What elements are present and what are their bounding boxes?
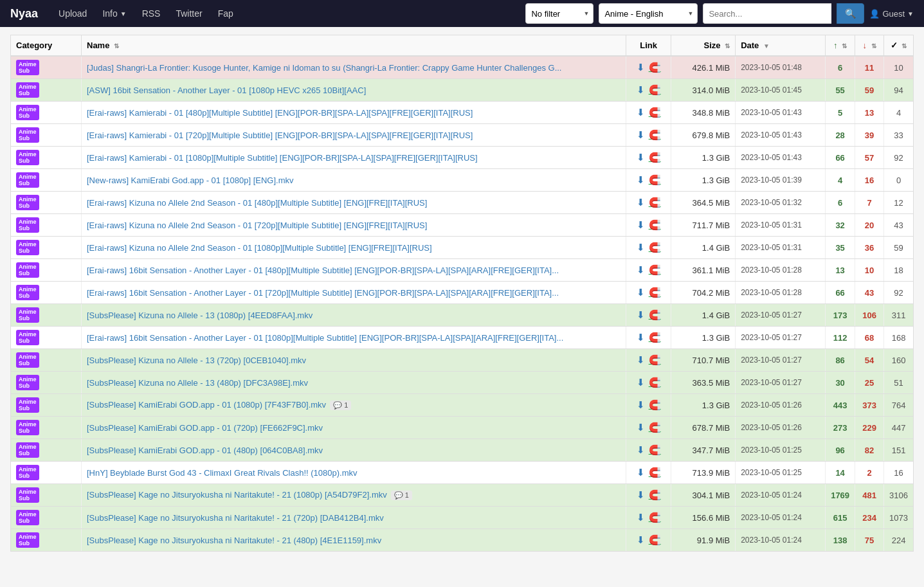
download-link[interactable]: ⬇ bbox=[637, 107, 645, 118]
category-badge[interactable]: AnimeSub bbox=[16, 172, 39, 188]
torrent-name-link[interactable]: [SubsPlease] KamiErabi GOD.app - 01 (720… bbox=[87, 423, 323, 433]
magnet-link[interactable]: 🧲 bbox=[649, 84, 661, 96]
download-link[interactable]: ⬇ bbox=[637, 467, 645, 478]
category-badge[interactable]: AnimeSub bbox=[16, 420, 39, 435]
category-badge[interactable]: AnimeSub bbox=[16, 375, 39, 390]
magnet-link[interactable]: 🧲 bbox=[649, 512, 661, 523]
category-badge[interactable]: AnimeSub bbox=[16, 352, 39, 368]
category-badge[interactable]: AnimeSub bbox=[16, 195, 39, 210]
download-link[interactable]: ⬇ bbox=[637, 332, 645, 343]
category-badge[interactable]: AnimeSub bbox=[16, 442, 39, 458]
category-badge[interactable]: AnimeSub bbox=[16, 217, 39, 233]
magnet-link[interactable]: 🧲 bbox=[649, 377, 661, 388]
torrent-name-link[interactable]: [New-raws] KamiErabi God.app - 01 [1080p… bbox=[87, 176, 294, 185]
torrent-name-link[interactable]: [SubsPlease] Kizuna no Allele - 13 (720p… bbox=[87, 356, 306, 365]
download-link[interactable]: ⬇ bbox=[637, 422, 645, 433]
search-button[interactable]: 🔍 bbox=[837, 3, 864, 24]
th-size[interactable]: Size ⇅ bbox=[671, 35, 736, 57]
category-badge[interactable]: AnimeSub bbox=[16, 262, 39, 278]
filter-select[interactable]: No filter No remakes Trusted only bbox=[525, 3, 593, 24]
torrent-name-link[interactable]: [SubsPlease] Kage no Jitsuryokusha ni Na… bbox=[87, 536, 381, 545]
torrent-name-link[interactable]: [Erai-raws] 16bit Sensation - Another La… bbox=[87, 266, 559, 275]
torrent-name-link[interactable]: [SubsPlease] Kizuna no Allele - 13 (480p… bbox=[87, 378, 308, 388]
torrent-name-link[interactable]: [HnY] Beyblade Burst God 43 - ClimaxI Gr… bbox=[87, 468, 358, 478]
torrent-name-link[interactable]: [SubsPlease] KamiErabi GOD.app - 01 (108… bbox=[87, 400, 326, 410]
torrent-name-link[interactable]: [Erai-raws] 16bit Sensation - Another La… bbox=[87, 288, 559, 298]
torrent-name-link[interactable]: [SubsPlease] Kage no Jitsuryokusha ni Na… bbox=[87, 490, 387, 500]
torrent-name-link[interactable]: [Erai-raws] Kamierabi - 01 [1080p][Multi… bbox=[87, 153, 478, 163]
magnet-link[interactable]: 🧲 bbox=[649, 152, 661, 163]
download-link[interactable]: ⬇ bbox=[637, 309, 645, 321]
category-badge[interactable]: AnimeSub bbox=[16, 465, 39, 480]
torrent-name-link[interactable]: [Erai-raws] Kizuna no Allele 2nd Season … bbox=[87, 243, 432, 253]
upload-link[interactable]: Upload bbox=[51, 0, 95, 27]
magnet-link[interactable]: 🧲 bbox=[649, 174, 661, 186]
magnet-link[interactable]: 🧲 bbox=[649, 242, 661, 253]
category-badge[interactable]: AnimeSub bbox=[16, 487, 39, 503]
torrent-name-link[interactable]: [Erai-raws] Kamierabi - 01 [480p][Multip… bbox=[87, 108, 473, 118]
category-badge[interactable]: AnimeSub bbox=[16, 82, 39, 98]
category-badge[interactable]: AnimeSub bbox=[16, 397, 39, 413]
magnet-link[interactable]: 🧲 bbox=[649, 354, 661, 366]
th-leechers[interactable]: ↓ ⇅ bbox=[855, 35, 884, 57]
torrent-name-link[interactable]: [SubsPlease] Kizuna no Allele - 13 (1080… bbox=[87, 311, 313, 320]
torrent-name-link[interactable]: [SubsPlease] KamiErabi GOD.app - 01 (480… bbox=[87, 446, 323, 455]
magnet-link[interactable]: 🧲 bbox=[649, 264, 661, 276]
torrent-name-link[interactable]: [Erai-raws] 16bit Sensation - Another La… bbox=[87, 333, 563, 343]
torrent-name-link[interactable]: [ASW] 16bit Sensation - Another Layer - … bbox=[87, 86, 366, 95]
download-link[interactable]: ⬇ bbox=[637, 264, 645, 276]
category-badge[interactable]: AnimeSub bbox=[16, 532, 39, 548]
th-name[interactable]: Name ⇅ bbox=[82, 35, 626, 57]
category-badge[interactable]: AnimeSub bbox=[16, 240, 39, 255]
th-completed[interactable]: ✓ ⇅ bbox=[884, 35, 914, 57]
info-link[interactable]: Info ▼ bbox=[95, 0, 134, 27]
magnet-link[interactable]: 🧲 bbox=[649, 129, 661, 141]
magnet-link[interactable]: 🧲 bbox=[649, 444, 661, 456]
download-link[interactable]: ⬇ bbox=[637, 152, 645, 163]
category-badge[interactable]: AnimeSub bbox=[16, 150, 39, 165]
magnet-link[interactable]: 🧲 bbox=[649, 422, 661, 433]
search-input[interactable] bbox=[703, 3, 831, 24]
magnet-link[interactable]: 🧲 bbox=[649, 107, 661, 118]
torrent-name-link[interactable]: [Judas] Shangri-La Frontier: Kusoge Hunt… bbox=[87, 63, 561, 73]
download-link[interactable]: ⬇ bbox=[637, 534, 645, 546]
magnet-link[interactable]: 🧲 bbox=[649, 287, 661, 298]
brand-link[interactable]: Nyaa bbox=[10, 7, 38, 21]
download-link[interactable]: ⬇ bbox=[637, 174, 645, 186]
download-link[interactable]: ⬇ bbox=[637, 242, 645, 253]
download-link[interactable]: ⬇ bbox=[637, 444, 645, 456]
magnet-link[interactable]: 🧲 bbox=[649, 489, 661, 501]
torrent-name-link[interactable]: [Erai-raws] Kizuna no Allele 2nd Season … bbox=[87, 198, 427, 208]
category-badge[interactable]: AnimeSub bbox=[16, 330, 39, 345]
category-badge[interactable]: AnimeSub bbox=[16, 285, 39, 300]
rss-link[interactable]: RSS bbox=[134, 0, 168, 27]
download-link[interactable]: ⬇ bbox=[637, 354, 645, 366]
download-link[interactable]: ⬇ bbox=[637, 489, 645, 501]
category-badge[interactable]: AnimeSub bbox=[16, 105, 39, 120]
magnet-link[interactable]: 🧲 bbox=[649, 399, 661, 411]
download-link[interactable]: ⬇ bbox=[637, 377, 645, 388]
th-date[interactable]: Date ▼ bbox=[736, 35, 826, 57]
category-badge[interactable]: AnimeSub bbox=[16, 127, 39, 143]
torrent-name-link[interactable]: [Erai-raws] Kizuna no Allele 2nd Season … bbox=[87, 221, 427, 230]
magnet-link[interactable]: 🧲 bbox=[649, 219, 661, 231]
twitter-link[interactable]: Twitter bbox=[168, 0, 210, 27]
category-select[interactable]: Anime - English Anime - Non-English Anim… bbox=[599, 3, 698, 24]
download-link[interactable]: ⬇ bbox=[637, 129, 645, 141]
download-link[interactable]: ⬇ bbox=[637, 399, 645, 411]
download-link[interactable]: ⬇ bbox=[637, 219, 645, 231]
category-badge[interactable]: AnimeSub bbox=[16, 510, 39, 525]
torrent-name-link[interactable]: [SubsPlease] Kage no Jitsuryokusha ni Na… bbox=[87, 513, 384, 523]
magnet-link[interactable]: 🧲 bbox=[649, 332, 661, 343]
torrent-name-link[interactable]: [Erai-raws] Kamierabi - 01 [720p][Multip… bbox=[87, 131, 473, 140]
download-link[interactable]: ⬇ bbox=[637, 62, 645, 73]
th-seeders[interactable]: ↑ ⇅ bbox=[826, 35, 855, 57]
download-link[interactable]: ⬇ bbox=[637, 84, 645, 96]
download-link[interactable]: ⬇ bbox=[637, 512, 645, 523]
magnet-link[interactable]: 🧲 bbox=[649, 309, 661, 321]
guest-menu[interactable]: 👤 Guest ▼ bbox=[869, 9, 914, 19]
category-badge[interactable]: AnimeSub bbox=[16, 60, 39, 75]
magnet-link[interactable]: 🧲 bbox=[649, 467, 661, 478]
category-badge[interactable]: AnimeSub bbox=[16, 307, 39, 323]
magnet-link[interactable]: 🧲 bbox=[649, 62, 661, 73]
